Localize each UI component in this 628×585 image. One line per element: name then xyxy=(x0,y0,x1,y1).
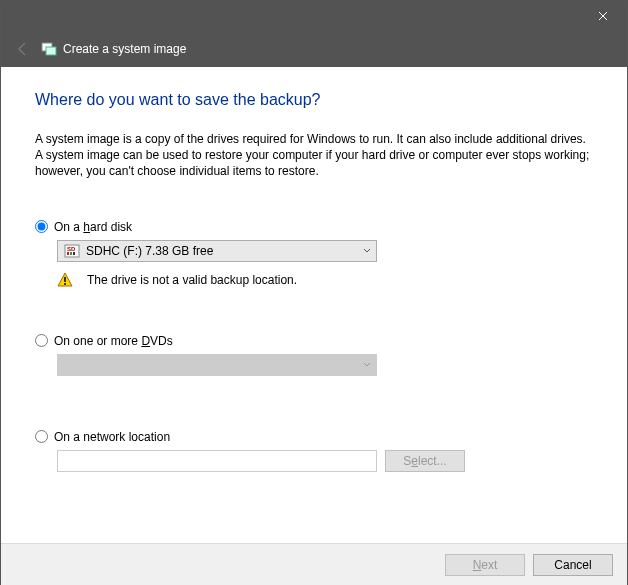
close-button[interactable] xyxy=(581,2,625,30)
sdhc-icon: SD xyxy=(64,244,80,258)
svg-rect-6 xyxy=(73,252,75,255)
close-icon xyxy=(598,11,608,21)
warning-text: The drive is not a valid backup location… xyxy=(87,273,297,287)
next-button[interactable]: Next xyxy=(445,554,525,576)
cancel-button[interactable]: Cancel xyxy=(533,554,613,576)
network-path-input[interactable] xyxy=(57,450,377,472)
option-dvd: On one or more DVDs xyxy=(35,334,593,376)
dvd-dropdown xyxy=(57,354,377,376)
warning-row: The drive is not a valid backup location… xyxy=(57,272,593,288)
back-arrow-icon xyxy=(15,41,31,57)
content-area: Where do you want to save the backup? A … xyxy=(1,67,627,472)
wizard-header: Create a system image xyxy=(1,31,627,67)
drive-selected-text: SDHC (F:) 7.38 GB free xyxy=(86,244,213,258)
svg-rect-7 xyxy=(64,277,66,282)
svg-rect-5 xyxy=(70,252,72,255)
header-title: Create a system image xyxy=(63,42,186,56)
svg-rect-1 xyxy=(46,47,56,55)
radio-dvd-input[interactable] xyxy=(35,334,48,347)
drive-dropdown[interactable]: SD SDHC (F:) 7.38 GB free xyxy=(57,240,377,262)
svg-rect-4 xyxy=(67,252,69,255)
option-hard-disk: On a hard disk SD SDHC (F:) 7.38 GB free… xyxy=(35,220,593,288)
radio-network[interactable]: On a network location xyxy=(35,430,593,444)
radio-hard-disk-input[interactable] xyxy=(35,220,48,233)
page-title: Where do you want to save the backup? xyxy=(35,91,593,109)
footer-bar: Next Cancel xyxy=(1,543,627,585)
radio-hard-disk[interactable]: On a hard disk xyxy=(35,220,593,234)
back-button[interactable] xyxy=(13,39,33,59)
titlebar xyxy=(1,1,627,31)
warning-icon xyxy=(57,272,73,288)
svg-rect-8 xyxy=(64,283,66,285)
svg-text:SD: SD xyxy=(67,246,76,252)
radio-dvd[interactable]: On one or more DVDs xyxy=(35,334,593,348)
option-network: On a network location Select... xyxy=(35,430,593,472)
intro-text: A system image is a copy of the drives r… xyxy=(35,131,593,180)
chevron-down-icon xyxy=(358,355,376,375)
chevron-down-icon xyxy=(358,241,376,261)
radio-network-input[interactable] xyxy=(35,430,48,443)
select-button[interactable]: Select... xyxy=(385,450,465,472)
system-image-icon xyxy=(41,41,57,57)
